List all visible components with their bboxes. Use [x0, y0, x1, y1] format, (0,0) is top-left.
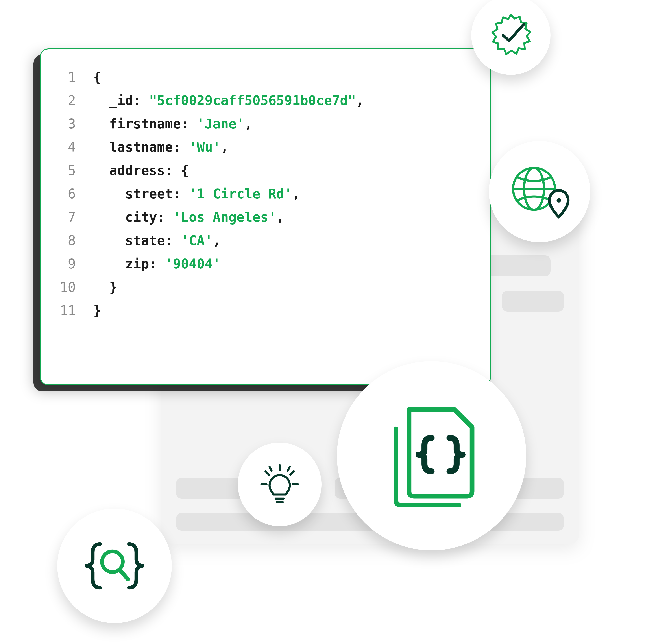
code-line: 5 address: {	[54, 162, 477, 178]
code-content: state: 'CA',	[94, 232, 220, 248]
code-content: firstname: 'Jane',	[94, 116, 252, 132]
lightbulb-icon	[238, 443, 322, 526]
code-content: {	[94, 69, 101, 85]
line-number: 1	[54, 69, 76, 85]
line-number: 9	[54, 256, 76, 272]
line-number: 8	[54, 232, 76, 248]
code-block: 1{2 _id: "5cf0029caff5056591b0ce7d",3 fi…	[54, 69, 477, 318]
svg-line-7	[266, 471, 269, 475]
code-line: 11}	[54, 302, 477, 318]
globe-location-icon	[489, 141, 590, 242]
svg-point-3	[557, 198, 561, 203]
code-content: street: '1 Circle Rd',	[94, 186, 300, 202]
code-content: zip: '90404'	[94, 256, 220, 272]
code-content: }	[94, 279, 117, 295]
code-content: city: 'Los Angeles',	[94, 209, 284, 225]
code-line: 1{	[54, 69, 477, 85]
line-number: 5	[54, 162, 76, 178]
svg-line-8	[290, 471, 294, 475]
code-line: 2 _id: "5cf0029caff5056591b0ce7d",	[54, 92, 477, 108]
line-number: 4	[54, 139, 76, 155]
code-line: 10 }	[54, 279, 477, 295]
braces-search-icon	[57, 509, 172, 623]
code-line: 9 zip: '90404'	[54, 256, 477, 272]
illustration-canvas: 1{2 _id: "5cf0029caff5056591b0ce7d",3 fi…	[0, 0, 669, 644]
svg-line-11	[270, 467, 271, 471]
svg-line-12	[288, 467, 290, 471]
placeholder-block	[502, 291, 564, 312]
document-stack-icon	[337, 361, 526, 550]
code-content: _id: "5cf0029caff5056591b0ce7d",	[94, 92, 364, 108]
code-line: 3 firstname: 'Jane',	[54, 116, 477, 132]
line-number: 3	[54, 116, 76, 132]
code-content: address: {	[94, 162, 189, 178]
line-number: 2	[54, 92, 76, 108]
code-content: }	[94, 302, 101, 318]
line-number: 6	[54, 186, 76, 202]
code-line: 4 lastname: 'Wu',	[54, 139, 477, 155]
code-content: lastname: 'Wu',	[94, 139, 229, 155]
code-line: 7 city: 'Los Angeles',	[54, 209, 477, 225]
code-line: 8 state: 'CA',	[54, 232, 477, 248]
code-window: 1{2 _id: "5cf0029caff5056591b0ce7d",3 fi…	[40, 48, 491, 385]
line-number: 10	[54, 279, 76, 295]
verified-badge-icon	[471, 0, 551, 75]
line-number: 11	[54, 302, 76, 318]
code-line: 6 street: '1 Circle Rd',	[54, 186, 477, 202]
line-number: 7	[54, 209, 76, 225]
svg-line-14	[120, 570, 128, 579]
